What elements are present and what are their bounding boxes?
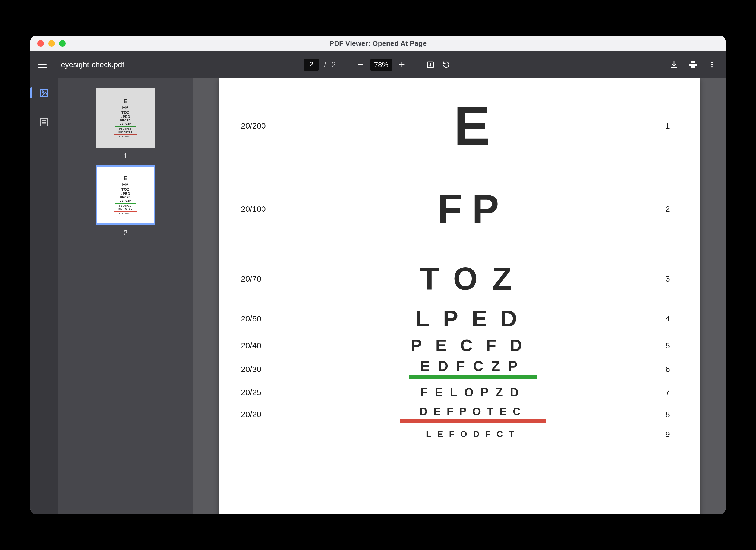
letters-wrap: PECFD <box>301 338 645 354</box>
file-name: eyesight-check.pdf <box>61 60 124 69</box>
outline-icon <box>39 117 49 127</box>
line-number: 9 <box>645 430 678 439</box>
letters-wrap: EDFCZP <box>301 360 645 379</box>
rotate-icon <box>442 61 450 69</box>
thumbnail-label: 1 <box>124 152 127 160</box>
acuity-label: 20/40 <box>241 341 301 350</box>
acuity-label: 20/30 <box>241 365 301 374</box>
line-number: 8 <box>645 410 678 419</box>
thumbnail-image: EFPTOZLPEDPECFDEDFCZPFELOPZDDEFPOTECLEFO… <box>96 88 155 148</box>
acuity-label: 20/70 <box>241 274 301 284</box>
zoom-in-button[interactable] <box>396 59 408 71</box>
page-number-input[interactable] <box>304 59 319 71</box>
zoom-display: 78% <box>370 59 392 71</box>
close-window-button[interactable] <box>37 40 44 47</box>
letters-wrap: TOZ <box>301 264 645 294</box>
plus-icon <box>398 61 406 68</box>
letters-wrap: DEFPOTEC <box>301 406 645 423</box>
line-number: 4 <box>645 314 678 324</box>
outline-tab[interactable] <box>37 115 51 129</box>
pdf-page: 20/200E120/100FP220/70TOZ320/50LPED420/4… <box>219 78 700 514</box>
content-area: EFPTOZLPEDPECFDEDFCZPFELOPZDDEFPOTECLEFO… <box>30 78 726 514</box>
chart-letters: LEFODFCT <box>426 430 520 438</box>
sidebar-rail <box>30 78 58 514</box>
menu-button[interactable] <box>38 59 49 70</box>
chart-letters: TOZ <box>420 264 526 294</box>
chart-row: 20/30EDFCZP6 <box>241 360 678 379</box>
more-button[interactable] <box>706 59 718 71</box>
window-title: PDF Viewer: Opened At Page <box>30 39 726 48</box>
chart-letters: PECFD <box>411 338 535 354</box>
toolbar: eyesight-check.pdf / 2 78% <box>30 51 726 78</box>
chart-row: 20/40PECFD5 <box>241 338 678 354</box>
chart-row: 20/100FP2 <box>241 190 678 228</box>
minimize-window-button[interactable] <box>48 40 55 47</box>
chart-letters: FP <box>437 190 509 228</box>
chart-letters: FELOPZD <box>420 387 525 398</box>
line-number: 3 <box>645 274 678 284</box>
more-vertical-icon <box>708 61 716 68</box>
download-button[interactable] <box>668 59 680 71</box>
zoom-out-button[interactable] <box>355 59 367 71</box>
thumbnail-image: EFPTOZLPEDPECFDEDFCZPFELOPZDDEFPOTECLEFO… <box>96 165 155 225</box>
chart-letters: EDFCZP <box>420 360 526 373</box>
thumbnail-2[interactable]: EFPTOZLPEDPECFDEDFCZPFELOPZDDEFPOTECLEFO… <box>96 165 155 237</box>
thumbnails-icon <box>39 88 49 98</box>
svg-rect-9 <box>40 89 48 97</box>
chart-row: 20/50LPED4 <box>241 308 678 330</box>
acuity-label: 20/20 <box>241 410 301 419</box>
letters-wrap: LEFODFCT <box>301 430 645 438</box>
download-icon <box>670 60 678 69</box>
chart-letters: LPED <box>415 308 531 330</box>
acuity-label: 20/50 <box>241 314 301 324</box>
chart-row: 20/200E1 <box>241 100 678 152</box>
line-number: 1 <box>645 121 678 130</box>
acuity-label: 20/200 <box>241 121 301 130</box>
minus-icon <box>357 61 364 68</box>
thumbnail-1[interactable]: EFPTOZLPEDPECFDEDFCZPFELOPZDDEFPOTECLEFO… <box>96 88 155 160</box>
page-viewport[interactable]: 20/200E120/100FP220/70TOZ320/50LPED420/4… <box>193 78 726 514</box>
rotate-button[interactable] <box>440 59 452 71</box>
chart-row: 20/20DEFPOTEC8 <box>241 406 678 423</box>
svg-point-10 <box>42 91 44 93</box>
thumbnail-label: 2 <box>124 228 127 237</box>
underline-bar <box>400 419 546 423</box>
page-total: 2 <box>332 60 336 69</box>
letters-wrap: FP <box>301 190 645 228</box>
line-number: 2 <box>645 204 678 213</box>
acuity-label: 20/100 <box>241 204 301 213</box>
letters-wrap: E <box>301 100 645 152</box>
maximize-window-button[interactable] <box>59 40 66 47</box>
chart-row: LEFODFCT9 <box>241 430 678 439</box>
line-number: 7 <box>645 388 678 397</box>
divider <box>416 59 416 70</box>
letters-wrap: LPED <box>301 308 645 330</box>
underline-bar <box>409 375 537 379</box>
print-button[interactable] <box>687 59 699 71</box>
chart-letters: E <box>454 100 492 152</box>
divider <box>346 59 347 70</box>
fit-page-icon <box>426 61 434 69</box>
line-number: 5 <box>645 341 678 350</box>
svg-point-6 <box>711 62 713 63</box>
svg-point-7 <box>711 64 713 65</box>
fit-page-button[interactable] <box>424 59 436 71</box>
letters-wrap: FELOPZD <box>301 387 645 398</box>
page-separator: / <box>324 60 326 69</box>
chart-letters: DEFPOTEC <box>420 406 527 417</box>
print-icon <box>689 60 697 69</box>
titlebar: PDF Viewer: Opened At Page <box>30 36 726 51</box>
app-window: PDF Viewer: Opened At Page eyesight-chec… <box>30 36 726 514</box>
acuity-label: 20/25 <box>241 388 301 397</box>
chart-row: 20/70TOZ3 <box>241 264 678 294</box>
window-controls <box>30 40 66 47</box>
chart-row: 20/25FELOPZD7 <box>241 387 678 398</box>
line-number: 6 <box>645 365 678 374</box>
thumbnail-panel: EFPTOZLPEDPECFDEDFCZPFELOPZDDEFPOTECLEFO… <box>58 78 193 514</box>
thumbnails-tab[interactable] <box>37 86 51 100</box>
svg-point-8 <box>711 66 713 68</box>
